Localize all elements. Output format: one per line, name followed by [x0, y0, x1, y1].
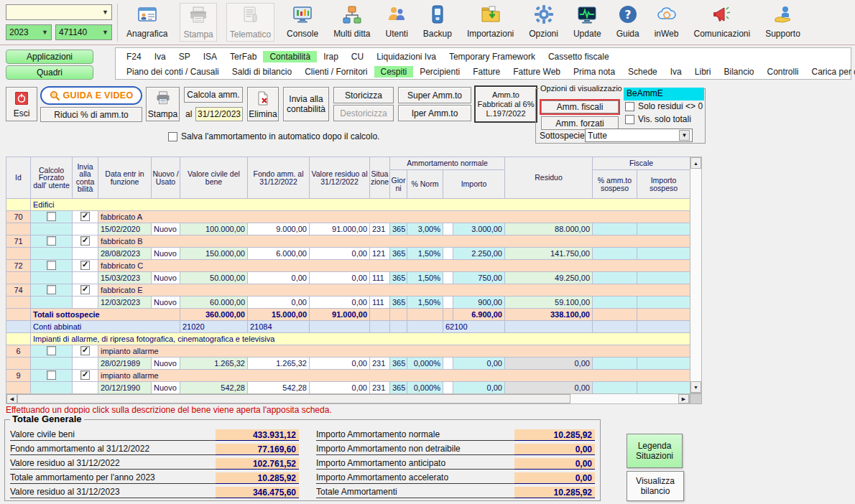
- esci-button[interactable]: Esci: [6, 87, 37, 121]
- invia-contabilita-checkbox[interactable]: [80, 236, 90, 246]
- asset-name-row[interactable]: 74 fabbricato E: [6, 284, 690, 297]
- tab-cassetto-fiscale[interactable]: Cassetto fiscale: [542, 51, 616, 62]
- asset-name-row[interactable]: 9 impianto allarme: [6, 370, 690, 382]
- cell-perc-sospeso[interactable]: [593, 223, 637, 235]
- cell-valore-civile[interactable]: 1.265,32: [180, 358, 248, 370]
- tab-controlli[interactable]: Controlli: [761, 66, 805, 78]
- cell-data-entrata[interactable]: 28/08/2023: [98, 248, 152, 260]
- cell-importo-sospeso[interactable]: [637, 223, 690, 235]
- toolbar-telematico-button[interactable]: Telematico: [226, 3, 274, 42]
- cell-importo[interactable]: 900,00: [453, 297, 505, 309]
- tab-piano-dei-conti[interactable]: Piano dei conti / Causali: [120, 66, 226, 78]
- asset-name[interactable]: fabbricato B: [98, 235, 690, 248]
- cell-nuovo-usato[interactable]: Nuovo: [152, 223, 180, 235]
- toolbar-anagrafica-button[interactable]: Anagrafica: [124, 3, 170, 40]
- cell-perc-norm[interactable]: 3,00%: [407, 223, 443, 235]
- tab-temporary-framework[interactable]: Temporary Framework: [443, 51, 542, 62]
- invia-contabilita-checkbox[interactable]: [80, 370, 90, 380]
- cell-perc-sospeso[interactable]: [593, 248, 637, 260]
- cell-situazione[interactable]: 121: [370, 248, 390, 260]
- cell-importo[interactable]: 0,00: [453, 358, 505, 370]
- cell-situazione[interactable]: 111: [370, 272, 390, 284]
- invia-contabilita-button[interactable]: Invia alla contabilità: [283, 87, 329, 121]
- cell-residuo[interactable]: 0,00: [505, 382, 593, 394]
- table-vertical-scrollbar[interactable]: ▲ ▼: [690, 157, 702, 393]
- tab-percipienti[interactable]: Percipienti: [413, 66, 466, 78]
- invia-contabilita-checkbox[interactable]: [80, 212, 90, 221]
- super-amm-button[interactable]: Super Amm.to: [398, 87, 471, 103]
- sottospecie-combobox[interactable]: Tutte ▼: [585, 129, 693, 142]
- asset-name[interactable]: impianto allarme: [98, 370, 690, 382]
- scroll-track[interactable]: [690, 169, 701, 381]
- cell-residuo[interactable]: 59.100,00: [505, 297, 593, 309]
- tab-sp[interactable]: SP: [172, 51, 197, 62]
- cell-situazione[interactable]: 231: [370, 223, 390, 235]
- toolbar-importazioni-button[interactable]: Importazioni: [464, 3, 517, 40]
- tab-libri[interactable]: Libri: [688, 66, 718, 78]
- cell-residuo[interactable]: 141.750,00: [505, 248, 593, 260]
- asset-name[interactable]: fabbricato E: [98, 284, 690, 297]
- toolbar-update-button[interactable]: Update: [570, 3, 604, 40]
- cell-perc-sospeso[interactable]: [593, 382, 637, 394]
- tab-prima-nota[interactable]: Prima nota: [567, 66, 621, 78]
- tab-bilancio[interactable]: Bilancio: [717, 66, 760, 78]
- tab-cu[interactable]: CU: [345, 51, 370, 62]
- toolbar-comunicazioni-button[interactable]: Comunicazioni: [690, 3, 753, 40]
- asset-name[interactable]: fabbricato A: [98, 211, 690, 223]
- tab-isa[interactable]: ISA: [197, 51, 223, 62]
- year-combobox[interactable]: 2023 ▼: [6, 24, 52, 40]
- cell-importo[interactable]: 2.250,00: [453, 248, 505, 260]
- invia-contabilita-checkbox[interactable]: [80, 285, 90, 294]
- destoricizza-button[interactable]: Destoricizza: [333, 105, 394, 121]
- cell-valore-residuo[interactable]: 0,00: [310, 272, 370, 284]
- scroll-track[interactable]: [570, 394, 678, 403]
- cell-fondo[interactable]: 9.000,00: [248, 223, 310, 235]
- cell-importo[interactable]: 750,00: [453, 272, 505, 284]
- cell-valore-residuo[interactable]: 0,00: [310, 248, 370, 260]
- cell-situazione[interactable]: 111: [370, 297, 390, 309]
- cell-giorni[interactable]: 365: [390, 248, 407, 260]
- cell-residuo[interactable]: 49.250,00: [505, 272, 593, 284]
- cell-perc-sospeso[interactable]: [593, 272, 637, 284]
- riduci-amm-button[interactable]: Riduci % di amm.to: [40, 107, 142, 122]
- cell-importo-sospeso[interactable]: [637, 297, 690, 309]
- tab-iva[interactable]: Iva: [148, 51, 172, 62]
- cell-valore-civile[interactable]: 150.000,00: [180, 248, 248, 260]
- toolbar-supporto-button[interactable]: Supporto: [762, 3, 803, 40]
- amm-fiscali-button[interactable]: Amm. fiscali: [541, 101, 619, 113]
- cell-data-entrata[interactable]: 15/03/2023: [98, 272, 152, 284]
- calcolo-forzato-checkbox[interactable]: [47, 285, 56, 294]
- cell-valore-civile[interactable]: 542,28: [180, 382, 248, 394]
- cell-data-entrata[interactable]: 20/12/1990: [98, 382, 152, 394]
- asset-name[interactable]: impianto allarme: [98, 345, 690, 358]
- cell-valore-residuo[interactable]: 91.000,00: [310, 223, 370, 235]
- visualizza-bilancio-button[interactable]: Visualizza bilancio: [627, 471, 684, 501]
- cell-valore-civile[interactable]: 50.000,00: [180, 272, 248, 284]
- solo-residui-checkbox[interactable]: [625, 102, 634, 111]
- cell-giorni[interactable]: 365: [390, 382, 407, 394]
- cell-data-entrata[interactable]: 28/02/1989: [98, 358, 152, 370]
- tab-contabilita[interactable]: Contabilità: [263, 51, 317, 62]
- tab-liquidazioni-iva[interactable]: Liquidazioni Iva: [370, 51, 443, 62]
- salva-auto-checkbox[interactable]: [168, 132, 177, 141]
- toolbar-utenti-button[interactable]: Utenti: [382, 3, 410, 40]
- table-horizontal-scrollbar[interactable]: ◀ ▶: [6, 393, 690, 404]
- cell-giorni[interactable]: 365: [390, 358, 407, 370]
- tab-fatture-web[interactable]: Fatture Web: [507, 66, 567, 78]
- cell-giorni[interactable]: 365: [390, 272, 407, 284]
- scroll-right-arrow[interactable]: ▶: [678, 394, 689, 403]
- cell-residuo[interactable]: 88.000,00: [505, 223, 593, 235]
- cell-giorni[interactable]: 365: [390, 297, 407, 309]
- cell-importo[interactable]: 3.000,00: [453, 223, 505, 235]
- storicizza-button[interactable]: Storicizza: [333, 87, 394, 103]
- asset-name[interactable]: fabbricato C: [98, 260, 690, 272]
- tab-fatture[interactable]: Fatture: [466, 66, 507, 78]
- cell-perc-norm[interactable]: 0,000%: [407, 382, 443, 394]
- tab-iva-2[interactable]: Iva: [664, 66, 688, 78]
- toolbar-stampa-button[interactable]: Stampa: [180, 3, 216, 42]
- cell-fondo[interactable]: 0,00: [248, 297, 310, 309]
- cell-valore-residuo[interactable]: 0,00: [310, 297, 370, 309]
- cell-valore-residuo[interactable]: 0,00: [310, 382, 370, 394]
- cell-nuovo-usato[interactable]: Nuovo: [152, 248, 180, 260]
- cell-importo[interactable]: 0,00: [453, 382, 505, 394]
